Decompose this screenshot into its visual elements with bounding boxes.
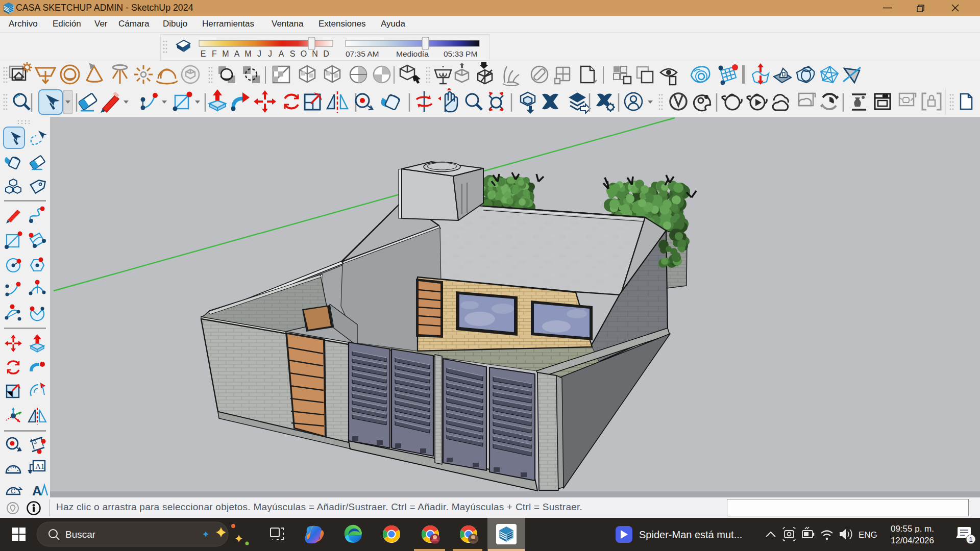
svg-text:C: C	[11, 487, 15, 495]
svg-text:Buscar: Buscar	[65, 529, 96, 540]
svg-text:N: N	[312, 49, 318, 58]
svg-text:F: F	[212, 49, 217, 58]
svg-text:Spider-Man está mut...: Spider-Man está mut...	[639, 529, 742, 540]
svg-text:1: 1	[969, 536, 972, 543]
svg-text:M: M	[244, 49, 251, 58]
svg-text:A1: A1	[35, 462, 44, 470]
svg-text:A: A	[234, 49, 240, 58]
svg-text:E: E	[201, 49, 206, 58]
svg-text:05:33 PM: 05:33 PM	[444, 49, 477, 58]
svg-text:09:55 p. m.: 09:55 p. m.	[891, 524, 934, 534]
svg-text:S: S	[290, 49, 296, 58]
svg-text:J: J	[257, 49, 261, 58]
svg-text:Mediodía: Mediodía	[396, 49, 429, 58]
svg-text:12/04/2026: 12/04/2026	[891, 536, 934, 545]
svg-text:A: A	[279, 49, 284, 58]
svg-text:O: O	[301, 49, 307, 58]
svg-text:J: J	[268, 49, 272, 58]
svg-text:A: A	[32, 483, 42, 497]
svg-text:D: D	[323, 49, 329, 58]
svg-text:M: M	[222, 49, 229, 58]
svg-text:07:35 AM: 07:35 AM	[346, 49, 379, 58]
svg-text:ENG: ENG	[859, 530, 877, 540]
